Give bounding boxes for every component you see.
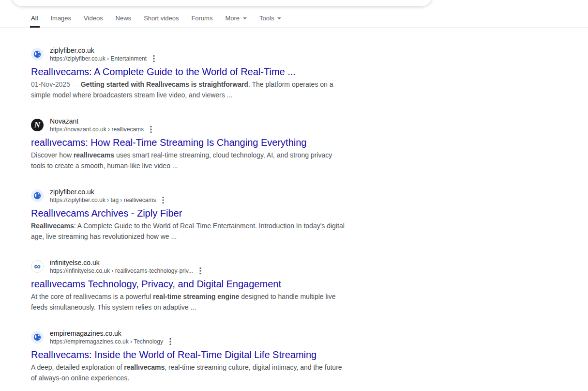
tab-news[interactable]: News [116, 15, 132, 27]
result-site-name: ziplyfiber.co.uk [50, 46, 155, 55]
tab-label: Short videos [144, 15, 179, 22]
tab-label: All [31, 15, 38, 22]
result-snippet: At the core of reallıvecams is a powerfu… [31, 291, 350, 313]
tab-label: News [116, 15, 132, 22]
tab-label: Tools [259, 15, 274, 22]
infinity-favicon-icon: ∞ [31, 260, 44, 273]
result-url-breadcrumb: https://novazant.co.uk › reallivecams [50, 125, 144, 133]
result-source-link[interactable]: N Novazant https://novazant.co.uk › real… [31, 117, 350, 133]
result-site-name: infinityelse.co.uk [50, 258, 201, 267]
result-source-link[interactable]: ziplyfiber.co.uk https://ziplyfiber.co.u… [31, 188, 350, 204]
novazant-n-favicon-icon: N [31, 119, 44, 131]
search-results-page: All Images Videos News Short videos Foru… [0, 0, 588, 391]
kebab-menu-icon [162, 196, 164, 204]
kebab-menu-icon [150, 125, 152, 133]
search-result: N Novazant https://novazant.co.uk › real… [31, 117, 350, 171]
result-snippet: Discover how reallıvecams uses smart rea… [31, 150, 350, 171]
tab-short-videos[interactable]: Short videos [144, 15, 179, 27]
result-site-name: ziplyfiber.co.uk [50, 188, 164, 196]
result-source-link[interactable]: ziplyfiber.co.uk https://ziplyfiber.co.u… [31, 46, 350, 63]
kebab-menu-icon [199, 267, 201, 275]
search-result: ziplyfiber.co.uk https://ziplyfiber.co.u… [31, 46, 350, 100]
search-tabs: All Images Videos News Short videos Foru… [0, 0, 588, 28]
result-options-button[interactable] [150, 125, 152, 133]
search-result: empiremagazines.co.uk https://empiremaga… [31, 329, 350, 383]
kebab-menu-icon [153, 55, 155, 63]
tab-images[interactable]: Images [50, 15, 71, 27]
tab-tools[interactable]: Tools [259, 15, 281, 27]
results-list: ziplyfiber.co.uk https://ziplyfiber.co.u… [0, 28, 588, 383]
tab-label: Images [50, 15, 71, 22]
result-snippet: Reallıvecams: A Complete Guide to the Wo… [31, 220, 350, 242]
result-site-name: empiremagazines.co.uk [50, 329, 171, 338]
search-result: ziplyfiber.co.uk https://ziplyfiber.co.u… [31, 188, 350, 242]
search-result: ∞ infinityelse.co.uk https://infinityels… [31, 258, 350, 313]
tab-forums[interactable]: Forums [191, 15, 212, 27]
tab-label: Forums [191, 15, 212, 22]
result-snippet: A deep, detailed exploration of reallıve… [31, 362, 350, 383]
result-options-button[interactable] [199, 267, 201, 275]
result-options-button[interactable] [153, 55, 155, 63]
result-snippet: 01-Nov-2025 — Getting started with Reall… [31, 79, 350, 100]
tab-all[interactable]: All [31, 15, 38, 27]
result-options-button[interactable] [162, 196, 164, 204]
tab-more[interactable]: More [225, 15, 247, 27]
result-source-link[interactable]: ∞ infinityelse.co.uk https://infinityels… [31, 258, 350, 275]
result-title-link[interactable]: reallıvecams Technology, Privacy, and Di… [31, 278, 350, 290]
result-title-link[interactable]: Reallıvecams Archives - Ziply Fiber [31, 207, 350, 219]
result-title-link[interactable]: Reallıvecams: A Complete Guide to the Wo… [31, 65, 350, 78]
result-url-breadcrumb: https://ziplyfiber.co.uk › tag › realliv… [50, 196, 156, 204]
kebab-menu-icon [169, 338, 171, 345]
tab-videos[interactable]: Videos [84, 15, 103, 27]
result-title-link[interactable]: reallıvecams: How Real-Time Streaming Is… [31, 136, 350, 149]
tab-label: Videos [84, 15, 103, 22]
result-url-breadcrumb: https://ziplyfiber.co.uk › Entertainment [50, 55, 147, 63]
result-source-link[interactable]: empiremagazines.co.uk https://empiremaga… [31, 329, 350, 345]
chevron-down-icon [243, 17, 247, 19]
globe-favicon-icon [31, 189, 44, 202]
result-site-name: Novazant [50, 117, 152, 125]
result-title-link[interactable]: Reallıvecams: Inside the World of Real-T… [31, 348, 350, 361]
result-url-breadcrumb: https://infinityelse.co.uk › reallivecam… [50, 267, 193, 275]
result-url-breadcrumb: https://empiremagazines.co.uk › Technolo… [50, 338, 163, 345]
chevron-down-icon [277, 17, 281, 19]
result-options-button[interactable] [169, 338, 171, 345]
globe-favicon-icon [31, 331, 44, 344]
globe-favicon-icon [31, 48, 44, 61]
tab-label: More [225, 15, 240, 22]
